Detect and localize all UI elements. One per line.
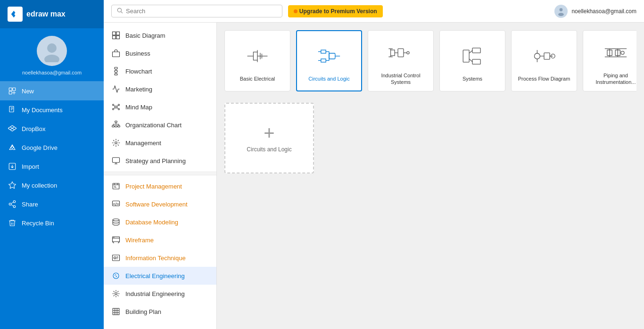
- management-icon: [111, 138, 121, 148]
- category-wireframe[interactable]: Wireframe: [104, 231, 216, 249]
- svg-line-73: [469, 50, 472, 53]
- template-card-industrial-control-label: Industrial Control Systems: [372, 72, 429, 86]
- template-card-piping[interactable]: Piping and Instrumentation...: [583, 30, 636, 91]
- flowchart-icon: [111, 66, 121, 76]
- profile-email: noellekhasoa@gmail.com: [22, 70, 82, 75]
- sidebar-item-my-collection[interactable]: My collection: [0, 176, 104, 195]
- sidebar-item-share[interactable]: Share: [0, 195, 104, 214]
- category-software-development[interactable]: Software Development: [104, 195, 216, 213]
- category-org-chart[interactable]: Organizational Chart: [104, 116, 216, 134]
- search-input[interactable]: [126, 8, 277, 15]
- svg-rect-30: [115, 126, 117, 127]
- category-strategy-planning[interactable]: Strategy and Planning: [104, 152, 216, 170]
- category-industrial-engineering[interactable]: Industrial Engineering: [104, 285, 216, 303]
- category-management-label: Management: [125, 140, 161, 147]
- svg-point-1: [44, 55, 59, 62]
- template-card-circuits-logic[interactable]: Circuits and Logic: [296, 30, 362, 91]
- upgrade-button[interactable]: Upgrade to Premium Version: [288, 5, 383, 17]
- svg-point-0: [47, 43, 57, 53]
- industrial-icon: [111, 289, 121, 298]
- svg-rect-42: [113, 308, 119, 315]
- template-card-basic-electrical[interactable]: Basic Electrical: [224, 30, 290, 91]
- database-icon: [111, 217, 121, 227]
- svg-point-39: [114, 257, 116, 259]
- category-divider: [104, 172, 216, 175]
- piping-card-icon: [599, 36, 632, 69]
- sidebar-item-dropbox[interactable]: DropBox: [0, 119, 104, 138]
- sidebar-item-recycle-bin-label: Recycle Bin: [22, 220, 54, 227]
- svg-point-11: [117, 8, 121, 12]
- new-template-card[interactable]: + Circuits and Logic: [224, 103, 314, 173]
- sidebar-item-share-label: Share: [22, 201, 38, 208]
- share-icon: [8, 199, 17, 209]
- app-title: edraw max: [26, 10, 66, 18]
- svg-rect-52: [321, 59, 326, 62]
- category-marketing[interactable]: Marketing: [104, 80, 216, 98]
- strategy-icon: [111, 156, 121, 165]
- search-icon: [116, 7, 123, 15]
- svg-line-74: [469, 59, 472, 62]
- sidebar-item-my-collection-label: My collection: [22, 182, 57, 189]
- category-flowchart-label: Flowchart: [125, 68, 152, 75]
- category-database-modeling[interactable]: Database Modeling: [104, 213, 216, 231]
- svg-point-27: [118, 108, 120, 110]
- svg-rect-19: [113, 52, 120, 57]
- svg-rect-16: [116, 32, 120, 35]
- template-card-industrial-control[interactable]: Industrial Control Systems: [368, 30, 434, 91]
- template-card-process-flow-label: Process Flow Diagram: [518, 75, 570, 82]
- electrical-icon: [111, 271, 121, 280]
- sidebar-item-recycle-bin[interactable]: Recycle Bin: [0, 214, 104, 232]
- mind-map-icon: [111, 102, 121, 112]
- category-electrical-engineering[interactable]: Electrical Engineering: [104, 267, 216, 285]
- sidebar-item-new-label: New: [22, 88, 34, 95]
- category-project-management-label: Project Management: [125, 183, 182, 190]
- category-flowchart[interactable]: Flowchart: [104, 62, 216, 80]
- template-card-piping-label: Piping and Instrumentation...: [587, 72, 636, 86]
- category-basic-diagram[interactable]: Basic Diagram: [104, 26, 216, 44]
- svg-rect-15: [113, 32, 116, 35]
- category-management[interactable]: Management: [104, 134, 216, 152]
- category-project-management[interactable]: Project Management: [104, 177, 216, 195]
- svg-point-24: [113, 104, 114, 106]
- category-database-label: Database Modeling: [125, 219, 178, 226]
- sidebar-item-import[interactable]: Import: [0, 157, 104, 176]
- svg-rect-31: [118, 126, 120, 127]
- svg-rect-44: [253, 52, 257, 60]
- category-building-plan[interactable]: Building Plan: [104, 303, 216, 321]
- svg-point-10: [13, 206, 16, 208]
- new-icon: [8, 86, 17, 96]
- sidebar-item-my-documents[interactable]: My Documents: [0, 100, 104, 119]
- org-chart-icon: [111, 120, 121, 130]
- basic-diagram-icon: [111, 31, 121, 40]
- category-strategy-label: Strategy and Planning: [125, 157, 186, 164]
- template-area: Basic Electrical: [217, 23, 644, 329]
- svg-point-32: [115, 142, 117, 144]
- template-card-process-flow[interactable]: Process Flow Diagram: [511, 30, 577, 91]
- svg-rect-17: [113, 36, 116, 39]
- template-card-systems[interactable]: Systems: [439, 30, 505, 91]
- svg-rect-57: [329, 53, 335, 59]
- svg-rect-37: [113, 237, 120, 242]
- systems-card-icon: [456, 40, 489, 73]
- category-basic-diagram-label: Basic Diagram: [125, 32, 165, 39]
- svg-rect-70: [463, 50, 469, 62]
- svg-point-75: [534, 53, 540, 59]
- sidebar-item-new[interactable]: New: [0, 82, 104, 100]
- svg-point-88: [621, 51, 624, 54]
- svg-rect-5: [9, 107, 14, 112]
- avatar: [37, 36, 67, 66]
- category-mind-map[interactable]: Mind Map: [104, 98, 216, 116]
- collection-icon: [8, 181, 17, 190]
- svg-rect-3: [13, 88, 16, 90]
- sidebar-item-google-drive[interactable]: Google Drive: [0, 138, 104, 157]
- sidebar-item-import-label: Import: [22, 163, 39, 170]
- svg-point-13: [560, 8, 563, 11]
- basic-electrical-card-icon: [241, 40, 274, 73]
- marketing-icon: [111, 84, 121, 94]
- category-business[interactable]: Business: [104, 44, 216, 62]
- user-avatar-icon: [554, 5, 568, 18]
- svg-rect-28: [115, 121, 117, 123]
- template-card-systems-label: Systems: [462, 75, 482, 82]
- search-box[interactable]: [111, 5, 282, 17]
- category-information-technique[interactable]: Information Technique: [104, 249, 216, 267]
